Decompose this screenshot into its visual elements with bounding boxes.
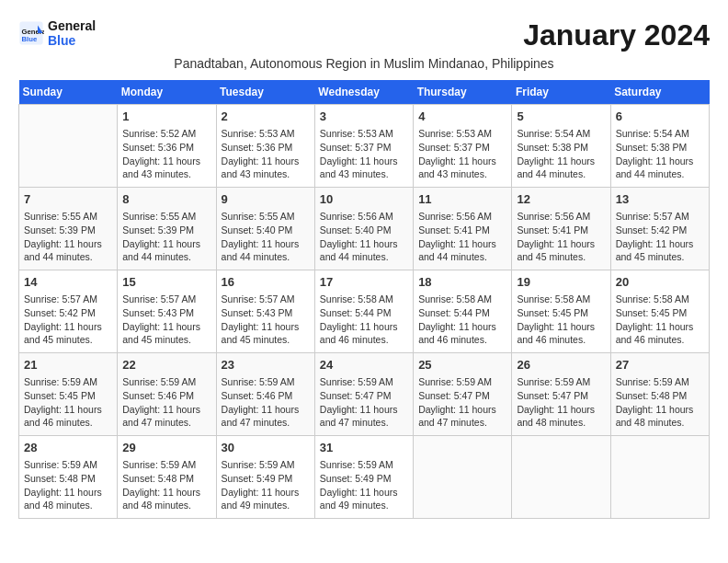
sunrise-text: Sunrise: 5:55 AM bbox=[222, 211, 295, 222]
svg-text:Blue: Blue bbox=[22, 35, 38, 43]
sunset-text: Sunset: 5:45 PM bbox=[24, 390, 96, 401]
calendar-cell: 30Sunrise: 5:59 AMSunset: 5:49 PMDayligh… bbox=[216, 436, 314, 519]
day-number: 22 bbox=[122, 357, 210, 373]
logo-line2: Blue bbox=[48, 33, 96, 48]
sunrise-text: Sunrise: 5:57 AM bbox=[222, 293, 295, 304]
calendar-cell bbox=[512, 436, 610, 519]
day-number: 2 bbox=[222, 109, 310, 125]
daylight-text: Daylight: 11 hours and 43 minutes. bbox=[320, 155, 398, 180]
sunrise-text: Sunrise: 5:59 AM bbox=[24, 459, 97, 470]
general-blue-icon: General Blue bbox=[18, 20, 44, 46]
day-number: 26 bbox=[517, 357, 605, 373]
calendar-cell: 16Sunrise: 5:57 AMSunset: 5:43 PMDayligh… bbox=[216, 270, 314, 353]
calendar-cell: 18Sunrise: 5:58 AMSunset: 5:44 PMDayligh… bbox=[414, 270, 512, 353]
calendar-cell: 5Sunrise: 5:54 AMSunset: 5:38 PMDaylight… bbox=[512, 105, 610, 188]
sunrise-text: Sunrise: 5:58 AM bbox=[616, 293, 689, 304]
sunrise-text: Sunrise: 5:59 AM bbox=[24, 376, 97, 387]
day-number: 16 bbox=[222, 274, 310, 291]
calendar-cell bbox=[19, 105, 118, 188]
column-header-tuesday: Tuesday bbox=[216, 80, 314, 105]
sunrise-text: Sunrise: 5:53 AM bbox=[222, 128, 295, 139]
calendar-cell: 4Sunrise: 5:53 AMSunset: 5:37 PMDaylight… bbox=[414, 105, 512, 188]
column-header-friday: Friday bbox=[512, 80, 610, 105]
daylight-text: Daylight: 11 hours and 46 minutes. bbox=[517, 321, 595, 346]
sunset-text: Sunset: 5:46 PM bbox=[222, 390, 293, 401]
location-subtitle: Panadtaban, Autonomous Region in Muslim … bbox=[18, 56, 710, 71]
daylight-text: Daylight: 11 hours and 44 minutes. bbox=[616, 155, 694, 180]
sunset-text: Sunset: 5:48 PM bbox=[616, 390, 688, 401]
daylight-text: Daylight: 11 hours and 45 minutes. bbox=[222, 321, 300, 346]
sunset-text: Sunset: 5:44 PM bbox=[320, 307, 392, 318]
page-header: General Blue General Blue January 2024 bbox=[18, 18, 710, 52]
sunrise-text: Sunrise: 5:59 AM bbox=[320, 459, 393, 470]
daylight-text: Daylight: 11 hours and 47 minutes. bbox=[222, 404, 300, 429]
month-title: January 2024 bbox=[523, 18, 710, 52]
daylight-text: Daylight: 11 hours and 46 minutes. bbox=[320, 321, 398, 346]
sunrise-text: Sunrise: 5:59 AM bbox=[616, 376, 689, 387]
column-header-sunday: Sunday bbox=[19, 80, 118, 105]
sunrise-text: Sunrise: 5:52 AM bbox=[122, 128, 196, 139]
sunset-text: Sunset: 5:37 PM bbox=[320, 142, 392, 153]
day-number: 8 bbox=[122, 191, 210, 208]
day-number: 4 bbox=[418, 109, 506, 125]
sunset-text: Sunset: 5:39 PM bbox=[24, 224, 96, 236]
day-number: 15 bbox=[122, 274, 210, 291]
sunrise-text: Sunrise: 5:54 AM bbox=[616, 128, 689, 139]
sunset-text: Sunset: 5:36 PM bbox=[222, 142, 293, 153]
calendar-week-row: 1Sunrise: 5:52 AMSunset: 5:36 PMDaylight… bbox=[19, 105, 710, 188]
day-number: 27 bbox=[616, 357, 704, 373]
daylight-text: Daylight: 11 hours and 46 minutes. bbox=[24, 404, 102, 429]
sunrise-text: Sunrise: 5:55 AM bbox=[24, 211, 97, 222]
sunrise-text: Sunrise: 5:53 AM bbox=[320, 128, 393, 139]
daylight-text: Daylight: 11 hours and 48 minutes. bbox=[616, 404, 694, 429]
sunset-text: Sunset: 5:49 PM bbox=[320, 473, 392, 484]
sunset-text: Sunset: 5:48 PM bbox=[24, 473, 96, 484]
calendar-cell: 9Sunrise: 5:55 AMSunset: 5:40 PMDaylight… bbox=[216, 188, 314, 270]
daylight-text: Daylight: 11 hours and 48 minutes. bbox=[24, 487, 102, 511]
calendar-cell: 13Sunrise: 5:57 AMSunset: 5:42 PMDayligh… bbox=[610, 188, 709, 270]
daylight-text: Daylight: 11 hours and 44 minutes. bbox=[122, 238, 200, 263]
calendar-cell: 8Sunrise: 5:55 AMSunset: 5:39 PMDaylight… bbox=[118, 188, 216, 270]
sunrise-text: Sunrise: 5:59 AM bbox=[222, 376, 295, 387]
sunset-text: Sunset: 5:41 PM bbox=[418, 224, 490, 236]
calendar-cell: 14Sunrise: 5:57 AMSunset: 5:42 PMDayligh… bbox=[19, 270, 118, 353]
calendar-cell: 7Sunrise: 5:55 AMSunset: 5:39 PMDaylight… bbox=[19, 188, 118, 270]
sunset-text: Sunset: 5:45 PM bbox=[616, 307, 688, 318]
column-header-wednesday: Wednesday bbox=[314, 80, 413, 105]
sunset-text: Sunset: 5:47 PM bbox=[517, 390, 588, 401]
calendar-week-row: 14Sunrise: 5:57 AMSunset: 5:42 PMDayligh… bbox=[19, 270, 710, 353]
sunrise-text: Sunrise: 5:58 AM bbox=[418, 293, 492, 304]
daylight-text: Daylight: 11 hours and 43 minutes. bbox=[222, 155, 300, 180]
day-number: 11 bbox=[418, 191, 506, 208]
daylight-text: Daylight: 11 hours and 43 minutes. bbox=[122, 155, 200, 180]
day-number: 10 bbox=[320, 191, 408, 208]
logo-line1: General bbox=[48, 18, 96, 33]
sunrise-text: Sunrise: 5:54 AM bbox=[517, 128, 590, 139]
calendar-cell: 24Sunrise: 5:59 AMSunset: 5:47 PMDayligh… bbox=[314, 353, 413, 436]
sunset-text: Sunset: 5:47 PM bbox=[418, 390, 490, 401]
daylight-text: Daylight: 11 hours and 44 minutes. bbox=[320, 238, 398, 263]
sunset-text: Sunset: 5:38 PM bbox=[616, 142, 688, 153]
sunset-text: Sunset: 5:40 PM bbox=[320, 224, 392, 236]
column-header-saturday: Saturday bbox=[610, 80, 709, 105]
day-number: 25 bbox=[418, 357, 506, 373]
calendar-cell: 12Sunrise: 5:56 AMSunset: 5:41 PMDayligh… bbox=[512, 188, 610, 270]
calendar-cell: 15Sunrise: 5:57 AMSunset: 5:43 PMDayligh… bbox=[118, 270, 216, 353]
calendar-table: SundayMondayTuesdayWednesdayThursdayFrid… bbox=[18, 80, 710, 519]
daylight-text: Daylight: 11 hours and 48 minutes. bbox=[517, 404, 595, 429]
day-number: 3 bbox=[320, 109, 408, 125]
sunrise-text: Sunrise: 5:56 AM bbox=[418, 211, 492, 222]
calendar-cell: 29Sunrise: 5:59 AMSunset: 5:48 PMDayligh… bbox=[118, 436, 216, 519]
sunset-text: Sunset: 5:40 PM bbox=[222, 224, 293, 236]
day-number: 18 bbox=[418, 274, 506, 291]
sunrise-text: Sunrise: 5:59 AM bbox=[222, 459, 295, 470]
day-number: 13 bbox=[616, 191, 704, 208]
sunset-text: Sunset: 5:39 PM bbox=[122, 224, 194, 236]
calendar-cell: 31Sunrise: 5:59 AMSunset: 5:49 PMDayligh… bbox=[314, 436, 413, 519]
day-number: 24 bbox=[320, 357, 408, 373]
calendar-cell: 25Sunrise: 5:59 AMSunset: 5:47 PMDayligh… bbox=[414, 353, 512, 436]
day-number: 7 bbox=[24, 191, 112, 208]
sunrise-text: Sunrise: 5:53 AM bbox=[418, 128, 492, 139]
daylight-text: Daylight: 11 hours and 45 minutes. bbox=[517, 238, 595, 263]
sunset-text: Sunset: 5:44 PM bbox=[418, 307, 490, 318]
